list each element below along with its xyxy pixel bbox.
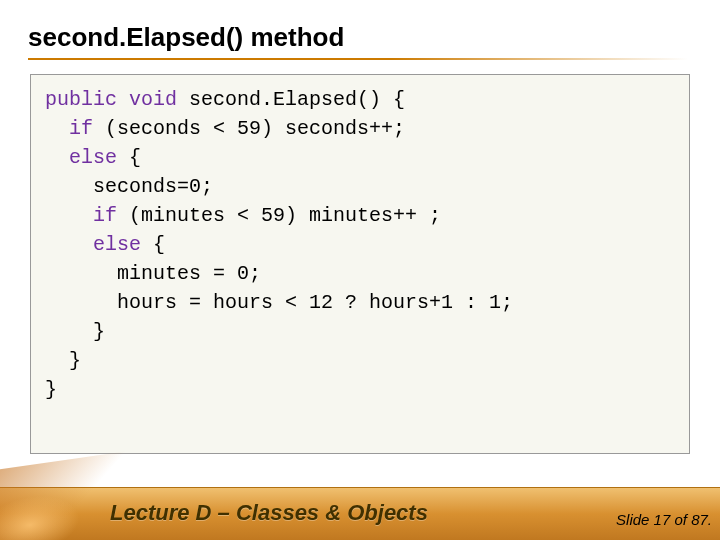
kw-else: else — [69, 146, 117, 169]
code-text: } — [45, 349, 81, 372]
code-text: (minutes < 59) minutes++ ; — [117, 204, 441, 227]
code-box: public void second.Elapsed() { if (secon… — [30, 74, 690, 454]
code-text: seconds=0; — [45, 175, 213, 198]
code-text: second.Elapsed() { — [177, 88, 405, 111]
code-text: (seconds < 59) seconds++; — [93, 117, 405, 140]
kw-public: public — [45, 88, 117, 111]
code-text: } — [45, 320, 105, 343]
kw-if: if — [69, 117, 93, 140]
kw-else: else — [93, 233, 141, 256]
code-text — [117, 88, 129, 111]
footer-decoration — [0, 451, 130, 540]
code-text — [45, 117, 69, 140]
slide: second.Elapsed() method public void seco… — [0, 0, 720, 540]
code-text — [45, 204, 93, 227]
code-text: { — [117, 146, 141, 169]
kw-if: if — [93, 204, 117, 227]
lecture-title: Lecture D – Classes & Objects — [110, 500, 428, 526]
code-text: } — [45, 378, 57, 401]
code-text: hours = hours < 12 ? hours+1 : 1; — [45, 291, 513, 314]
code-text: { — [141, 233, 165, 256]
code-text: minutes = 0; — [45, 262, 261, 285]
kw-void: void — [129, 88, 177, 111]
code-text — [45, 233, 93, 256]
slide-number: Slide 17 of 87. — [616, 511, 712, 528]
title-underline — [28, 58, 688, 60]
slide-title: second.Elapsed() method — [28, 22, 344, 53]
code-text — [45, 146, 69, 169]
